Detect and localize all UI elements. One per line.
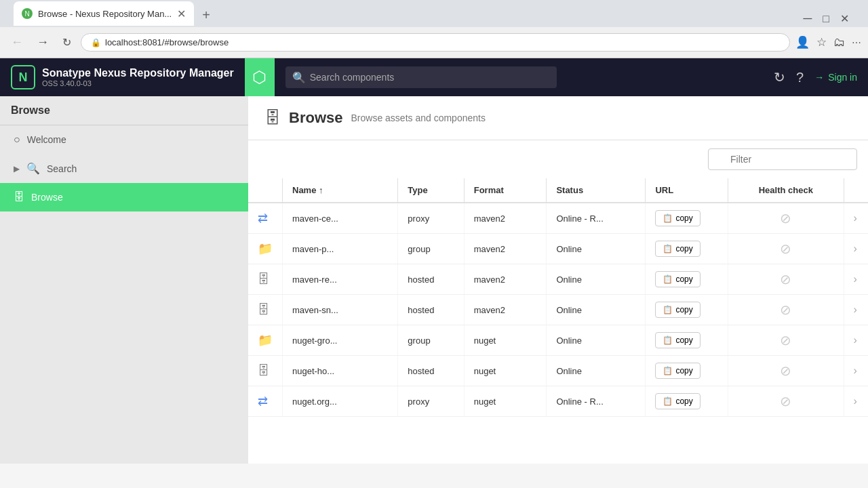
row-chevron-icon: › [854,395,857,407]
sign-in-button[interactable]: → Sign in [814,72,857,83]
repo-format: maven2 [464,264,547,295]
extensions-icon[interactable]: ⋯ [852,37,861,48]
browser-tab[interactable]: N Browse - Nexus Repository Man... ✕ [14,1,194,26]
copy-url-button[interactable]: 📋 copy [655,363,700,379]
repo-name: maven-re... [283,264,398,295]
copy-url-button[interactable]: 📋 copy [655,271,700,287]
close-tab-button[interactable]: ✕ [177,7,186,20]
row-chevron-cell[interactable]: › [844,295,868,325]
repo-format: maven2 [464,203,547,234]
clipboard-icon: 📋 [663,305,673,314]
repo-status: Online [547,356,646,386]
copy-url-button[interactable]: 📋 copy [655,332,700,348]
col-name[interactable]: Name ↑ [283,178,398,203]
row-icon-cell: 📁 [248,234,283,264]
proxy-repo-icon: ⇄ [258,211,268,225]
sidebar-item-welcome-label: Welcome [27,134,66,145]
row-icon-cell: 🗄 [248,356,283,386]
row-chevron-icon: › [854,212,857,224]
welcome-icon: ○ [14,134,20,146]
app-title: Sonatype Nexus Repository Manager [42,67,234,79]
url-display: localhost:8081/#browse/browse [105,37,229,47]
row-chevron-cell[interactable]: › [844,234,868,264]
new-tab-button[interactable]: + [197,5,216,26]
sidebar-header: Browse [0,96,248,125]
address-bar[interactable]: 🔒 localhost:8081/#browse/browse [81,33,790,52]
copy-url-button[interactable]: 📋 copy [655,302,700,318]
app-logo: N Sonatype Nexus Repository Manager OSS … [11,65,234,89]
app-header: N Sonatype Nexus Repository Manager OSS … [0,58,868,96]
minimize-button[interactable]: ─ [804,12,812,26]
sidebar-item-browse-label: Browse [31,192,63,203]
sidebar-item-search[interactable]: ▶ 🔍 Search [0,154,248,183]
copy-url-button[interactable]: 📋 copy [655,210,700,226]
col-type: Type [398,178,464,203]
row-chevron-cell[interactable]: › [844,386,868,417]
copy-url-button[interactable]: 📋 copy [655,241,700,257]
repo-url-cell: 📋 copy [646,203,728,234]
col-actions [844,178,868,203]
table-row: 🗄 maven-re... hosted maven2 Online 📋 cop… [248,264,868,295]
row-chevron-icon: › [854,304,857,315]
row-chevron-cell[interactable]: › [844,356,868,386]
repo-type: proxy [398,203,464,234]
refresh-button[interactable]: ↻ [774,69,785,85]
copy-url-button[interactable]: 📋 copy [655,393,700,409]
favorites-icon[interactable]: ☆ [816,35,827,49]
content-area: 🗄 Browse Browse assets and components ▼ … [248,96,868,464]
repo-name: maven-sn... [283,295,398,325]
page-subtitle: Browse assets and components [351,113,485,123]
row-chevron-cell[interactable]: › [844,325,868,356]
repo-format: maven2 [464,234,547,264]
repo-url-cell: 📋 copy [646,264,728,295]
back-button[interactable]: ← [7,33,27,52]
maximize-button[interactable]: □ [823,13,829,25]
sidebar-item-welcome[interactable]: ○ Welcome [0,125,248,154]
repo-status: Online [547,295,646,325]
repo-status: Online [547,264,646,295]
search-icon: 🔍 [292,71,306,84]
health-disabled-icon: ⊘ [780,302,791,317]
health-disabled-icon: ⊘ [780,272,791,287]
tab-favicon: N [22,8,33,19]
health-check-cell: ⊘ [728,386,844,417]
col-health: Health check [728,178,844,203]
forward-button[interactable]: → [33,33,53,52]
row-chevron-cell[interactable]: › [844,203,868,234]
repo-format: nuget [464,386,547,417]
repo-status: Online - R... [547,386,646,417]
table-toolbar: ▼ [248,140,868,178]
user-profile-icon[interactable]: 👤 [795,35,810,49]
health-disabled-icon: ⊘ [780,211,791,226]
clipboard-icon: 📋 [663,274,673,284]
table-row: 🗄 maven-sn... hosted maven2 Online 📋 cop… [248,295,868,325]
clipboard-icon: 📋 [663,336,673,345]
reload-button[interactable]: ↻ [58,33,75,52]
health-check-cell: ⊘ [728,325,844,356]
row-chevron-cell[interactable]: › [844,264,868,295]
tab-title: Browse - Nexus Repository Man... [38,9,172,19]
hosted-repo-icon: 🗄 [258,272,270,286]
cube-icon: ⬡ [252,68,267,87]
repo-type: hosted [398,356,464,386]
row-icon-cell: 🗄 [248,264,283,295]
repo-type: group [398,234,464,264]
health-check-cell: ⊘ [728,203,844,234]
collections-icon[interactable]: 🗂 [833,36,845,49]
repo-status: Online [547,234,646,264]
packages-icon-btn[interactable]: ⬡ [245,58,275,96]
row-icon-cell: ⇄ [248,203,283,234]
help-button[interactable]: ? [796,70,804,85]
search-input[interactable] [285,66,557,88]
sidebar-item-browse[interactable]: 🗄 Browse [0,183,248,211]
filter-input[interactable] [708,148,857,170]
repo-format: maven2 [464,295,547,325]
table-row: 🗄 nuget-ho... hosted nuget Online 📋 copy… [248,356,868,386]
logo-icon: N [11,65,35,89]
repo-type: group [398,325,464,356]
repo-format: nuget [464,325,547,356]
repo-type: hosted [398,295,464,325]
close-button[interactable]: ✕ [840,12,849,25]
content-header: 🗄 Browse Browse assets and components [248,96,868,140]
hosted-repo-icon: 🗄 [258,364,270,378]
